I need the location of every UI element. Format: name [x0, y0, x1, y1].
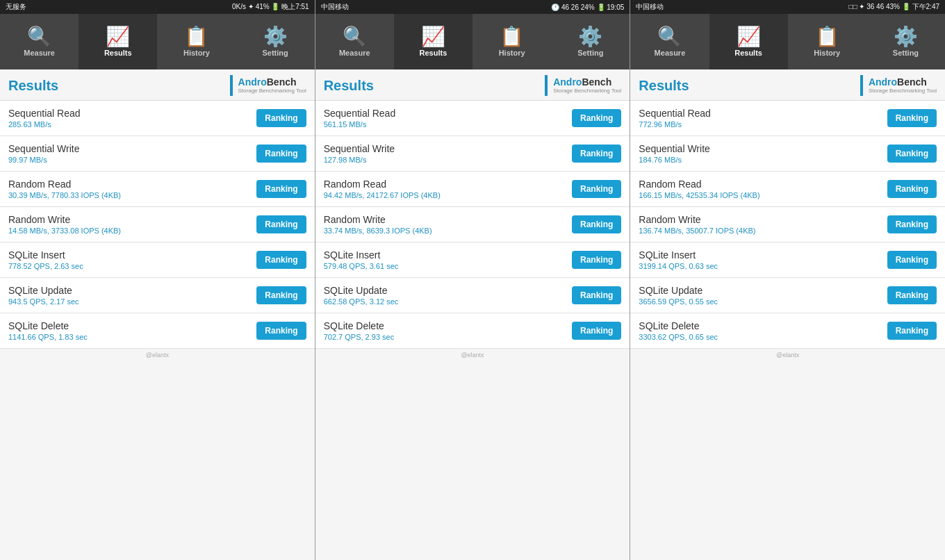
- ranking-button[interactable]: Ranking: [572, 145, 621, 163]
- ranking-button[interactable]: Ranking: [887, 109, 937, 127]
- ranking-button[interactable]: Ranking: [572, 322, 621, 340]
- bench-row: Random Write 33.74 MB/s, 8639.3 IOPS (4K…: [315, 207, 630, 242]
- bench-row: SQLite Update 3656.59 QPS, 0.55 sec Rank…: [630, 278, 945, 313]
- nav-item-history[interactable]: 📋 History: [788, 14, 866, 69]
- results-icon: 📈: [421, 27, 445, 47]
- logo-bar: [545, 75, 548, 96]
- bench-row: Random Read 94.42 MB/s, 24172.67 IOPS (4…: [315, 172, 630, 207]
- status-bar-left: 无服务: [6, 2, 26, 12]
- bench-info: Sequential Read 561.15 MB/s: [324, 108, 572, 129]
- androbench-logo: AndroBench Storage Benchmarking Tool: [545, 75, 621, 96]
- ranking-button[interactable]: Ranking: [256, 180, 306, 198]
- bench-value: 943.5 QPS, 2.17 sec: [8, 297, 256, 306]
- nav-label-setting: Setting: [893, 49, 919, 57]
- setting-icon: ⚙️: [263, 27, 288, 47]
- nav-item-measure[interactable]: 🔍 Measure: [0, 14, 79, 69]
- bench-value: 99.97 MB/s: [8, 156, 256, 164]
- bench-info: Random Write 33.74 MB/s, 8639.3 IOPS (4K…: [324, 214, 572, 235]
- ranking-button[interactable]: Ranking: [887, 145, 937, 163]
- bench-name: SQLite Delete: [639, 320, 887, 331]
- ranking-button[interactable]: Ranking: [256, 215, 306, 233]
- phone-panel-1: 无服务 0K/s ✦ 41% 🔋 晚上7:51 🔍 Measure 📈 Resu…: [0, 0, 315, 560]
- bench-name: Sequential Read: [8, 108, 256, 119]
- history-icon: 📋: [184, 27, 208, 47]
- bench-name: Random Read: [8, 179, 256, 190]
- bench-info: Random Write 136.74 MB/s, 35007.7 IOPS (…: [639, 214, 887, 235]
- nav-bar: 🔍 Measure 📈 Results 📋 History ⚙️ Setting: [0, 14, 315, 69]
- status-bar-right: 0K/s ✦ 41% 🔋 晚上7:51: [232, 2, 309, 12]
- nav-label-measure: Measure: [339, 49, 370, 57]
- bench-info: SQLite Update 3656.59 QPS, 0.55 sec: [639, 285, 887, 306]
- nav-label-results: Results: [420, 49, 447, 57]
- bench-value: 3656.59 QPS, 0.55 sec: [639, 297, 887, 306]
- status-bar: 中国移动 🕐 46 26 24% 🔋 19:05: [315, 0, 630, 14]
- nav-item-measure[interactable]: 🔍 Measure: [630, 14, 709, 69]
- ranking-button[interactable]: Ranking: [887, 322, 937, 340]
- ranking-button[interactable]: Ranking: [256, 109, 306, 127]
- bench-name: SQLite Insert: [8, 249, 256, 261]
- nav-item-setting[interactable]: ⚙️ Setting: [866, 14, 945, 69]
- nav-item-measure[interactable]: 🔍 Measure: [315, 14, 394, 69]
- ranking-button[interactable]: Ranking: [256, 251, 306, 269]
- bench-info: SQLite Insert 3199.14 QPS, 0.63 sec: [639, 249, 887, 270]
- ranking-button[interactable]: Ranking: [572, 180, 621, 198]
- bench-row: SQLite Delete 3303.62 QPS, 0.65 sec Rank…: [630, 313, 945, 349]
- content-area: Results AndroBench Storage Benchmarking …: [0, 69, 315, 560]
- logo-bar: [230, 75, 233, 96]
- bench-info: Sequential Write 184.76 MB/s: [639, 143, 887, 164]
- bench-row: SQLite Update 943.5 QPS, 2.17 sec Rankin…: [0, 278, 315, 313]
- measure-icon: 🔍: [343, 27, 367, 47]
- ranking-button[interactable]: Ranking: [572, 286, 621, 304]
- logo-text-block: AndroBench Storage Benchmarking Tool: [869, 77, 937, 94]
- nav-item-results[interactable]: 📈 Results: [394, 14, 472, 69]
- ranking-button[interactable]: Ranking: [572, 215, 621, 233]
- status-bar: 中国移动 □□ ✦ 36 46 43% 🔋 下午2:47: [630, 0, 945, 14]
- logo-name: AndroBench: [553, 77, 621, 88]
- bench-row: SQLite Insert 579.48 QPS, 3.61 sec Ranki…: [315, 242, 630, 278]
- bench-info: Random Read 166.15 MB/s, 42535.34 IOPS (…: [639, 179, 887, 199]
- nav-item-setting[interactable]: ⚙️ Setting: [236, 14, 315, 69]
- ranking-button[interactable]: Ranking: [887, 215, 937, 233]
- nav-label-setting: Setting: [262, 49, 288, 57]
- content-area: Results AndroBench Storage Benchmarking …: [630, 69, 945, 560]
- bench-name: SQLite Update: [8, 285, 256, 296]
- logo-subtitle: Storage Benchmarking Tool: [553, 88, 621, 94]
- ranking-button[interactable]: Ranking: [256, 145, 306, 163]
- nav-item-setting[interactable]: ⚙️ Setting: [551, 14, 630, 69]
- nav-label-history: History: [814, 49, 840, 57]
- logo-subtitle: Storage Benchmarking Tool: [238, 88, 306, 94]
- bench-row: Sequential Read 772.96 MB/s Ranking: [630, 101, 945, 136]
- bench-row: SQLite Delete 1141.66 QPS, 1.83 sec Rank…: [0, 313, 315, 349]
- bench-info: Sequential Read 772.96 MB/s: [639, 108, 887, 129]
- nav-label-results: Results: [104, 49, 132, 57]
- bench-name: Random Write: [324, 214, 572, 225]
- bench-row: Random Read 30.39 MB/s, 7780.33 IOPS (4K…: [0, 172, 315, 207]
- bench-name: Sequential Write: [324, 143, 572, 154]
- ranking-button[interactable]: Ranking: [572, 109, 621, 127]
- nav-item-history[interactable]: 📋 History: [472, 14, 551, 69]
- bench-info: SQLite Insert 579.48 QPS, 3.61 sec: [324, 249, 572, 270]
- bench-value: 94.42 MB/s, 24172.67 IOPS (4KB): [324, 191, 572, 199]
- nav-item-history[interactable]: 📋 History: [157, 14, 236, 69]
- ranking-button[interactable]: Ranking: [887, 180, 937, 198]
- bench-row: Sequential Write 184.76 MB/s Ranking: [630, 136, 945, 172]
- bench-row: Random Write 14.58 MB/s, 3733.08 IOPS (4…: [0, 207, 315, 242]
- results-icon: 📈: [737, 27, 761, 47]
- nav-label-results: Results: [734, 49, 762, 57]
- status-bar-left: 中国移动: [321, 2, 349, 12]
- ranking-button[interactable]: Ranking: [887, 286, 937, 304]
- results-title: Results: [639, 78, 689, 94]
- bench-name: Sequential Read: [324, 108, 572, 119]
- ranking-button[interactable]: Ranking: [572, 251, 621, 269]
- ranking-button[interactable]: Ranking: [256, 286, 306, 304]
- ranking-button[interactable]: Ranking: [887, 251, 937, 269]
- bench-name: Sequential Write: [639, 143, 887, 154]
- nav-item-results[interactable]: 📈 Results: [79, 14, 157, 69]
- ranking-button[interactable]: Ranking: [256, 322, 306, 340]
- nav-item-results[interactable]: 📈 Results: [709, 14, 788, 69]
- measure-icon: 🔍: [657, 27, 682, 47]
- bench-value: 166.15 MB/s, 42535.34 IOPS (4KB): [639, 191, 887, 199]
- bench-value: 579.48 QPS, 3.61 sec: [324, 262, 572, 270]
- bench-value: 30.39 MB/s, 7780.33 IOPS (4KB): [8, 191, 256, 199]
- bench-name: SQLite Delete: [324, 320, 572, 331]
